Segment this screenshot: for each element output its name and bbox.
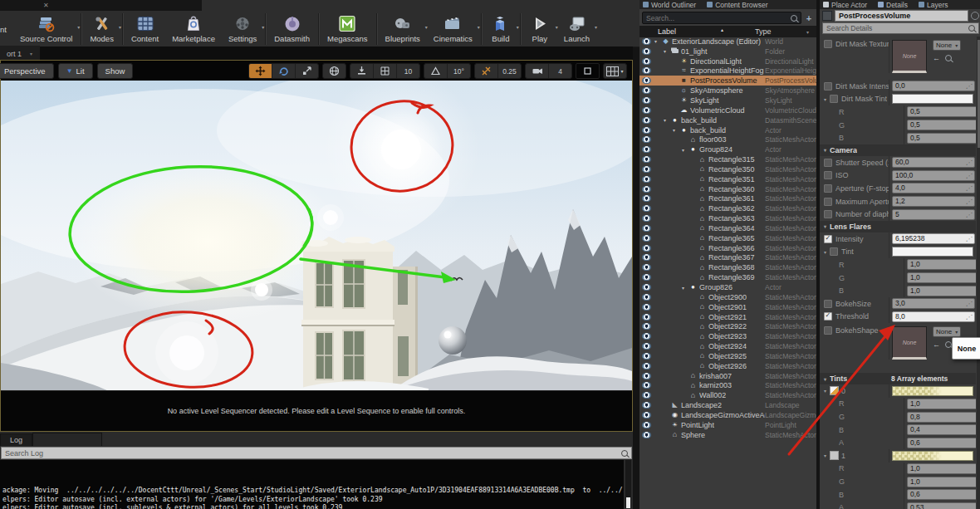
edit-blueprint-icon[interactable]	[971, 12, 979, 20]
outliner-row[interactable]: krisha007 StaticMeshActor	[639, 371, 816, 381]
level-viewport[interactable]: Perspective ▼Lit Show	[0, 60, 633, 432]
expander-icon[interactable]	[824, 388, 830, 394]
outliner-row[interactable]: Object2926 StaticMeshActor	[639, 361, 816, 371]
tab-world-outliner[interactable]: World Outliner	[643, 1, 696, 9]
drag-adjust-icon[interactable]: ⋰	[966, 198, 972, 204]
rotation-snap-value[interactable]: 10°	[448, 64, 470, 78]
property-checkbox[interactable]	[824, 171, 832, 179]
scale-tool-button[interactable]	[296, 64, 318, 78]
outliner-row[interactable]: Rectangle364 StaticMeshActor	[639, 223, 816, 233]
visibility-eye-icon[interactable]	[642, 77, 651, 84]
expander-icon[interactable]	[824, 223, 830, 229]
visibility-eye-icon[interactable]	[642, 235, 651, 242]
outliner-row[interactable]: SkyAtmosphere SkyAtmosphere	[639, 86, 816, 95]
log-ghost-tab[interactable]	[32, 433, 102, 446]
log-tab[interactable]: Log	[0, 433, 32, 446]
chrome-sphere-mesh[interactable]	[439, 326, 467, 355]
visibility-eye-icon[interactable]	[642, 333, 651, 340]
rotation-snap-button[interactable]	[424, 64, 448, 78]
property-checkbox[interactable]	[824, 198, 832, 206]
outliner-row[interactable]: ExponentialHeightFog ExponentialHeightFo…	[639, 66, 816, 76]
expander-icon[interactable]	[824, 376, 830, 382]
actor-name-field[interactable]: PostProcessVolume	[835, 10, 968, 22]
color-chip[interactable]	[830, 451, 839, 460]
show-button[interactable]: Show	[97, 63, 134, 79]
outliner-row[interactable]: Object2924 StaticMeshActor	[639, 341, 816, 351]
expander-icon[interactable]	[654, 38, 661, 44]
expander-icon[interactable]	[824, 96, 830, 102]
outliner-search-input[interactable]: Search...	[642, 12, 801, 24]
visibility-eye-icon[interactable]	[642, 87, 651, 94]
property-checkbox[interactable]	[824, 312, 832, 321]
use-selected-icon[interactable]: ←	[933, 340, 940, 349]
visibility-eye-icon[interactable]	[642, 176, 651, 183]
color-bar[interactable]	[892, 386, 973, 396]
visibility-eye-icon[interactable]	[642, 215, 651, 222]
datasmith-button[interactable]: Datasmith	[267, 11, 316, 46]
outliner-row[interactable]: Rectangle362 StaticMeshActor	[639, 203, 816, 213]
value-field[interactable]: 100,0⋰	[892, 170, 975, 181]
visibility-eye-icon[interactable]	[642, 117, 651, 124]
visibility-eye-icon[interactable]	[642, 107, 651, 114]
visibility-eye-icon[interactable]	[642, 294, 651, 301]
color-bar[interactable]	[892, 94, 973, 104]
expander-icon[interactable]	[824, 453, 830, 458]
expander-icon[interactable]	[664, 48, 670, 54]
visibility-eye-icon[interactable]	[642, 186, 651, 193]
color-chip[interactable]	[830, 386, 839, 395]
outliner-row[interactable]: back_build Actor	[639, 125, 816, 135]
outliner-row[interactable]: Object2925 StaticMeshActor	[639, 351, 816, 361]
visibility-eye-icon[interactable]	[642, 97, 651, 104]
value-field[interactable]: 8,0⋰	[892, 311, 975, 322]
property-checkbox[interactable]	[824, 300, 832, 308]
grid-snap-value[interactable]: 10	[397, 64, 419, 78]
point-light-sphere[interactable]	[255, 283, 268, 296]
outliner-row[interactable]: Rectangle360 StaticMeshActor	[639, 184, 816, 194]
scale-snap-button[interactable]	[475, 64, 498, 78]
texture-thumbnail[interactable]: None	[892, 40, 927, 73]
value-field[interactable]: 0,6⋰	[907, 438, 976, 448]
visibility-eye-icon[interactable]	[642, 38, 651, 45]
expander-icon[interactable]	[824, 147, 830, 153]
expander-icon[interactable]	[664, 117, 670, 123]
value-field[interactable]: 0,0⋰	[892, 81, 975, 91]
build-button[interactable]: Build	[483, 11, 518, 46]
content-button[interactable]: Content	[125, 11, 165, 46]
asset-combo[interactable]: None▾	[933, 326, 961, 337]
property-checkbox[interactable]	[824, 40, 832, 48]
outliner-row[interactable]: PointLight PointLight	[639, 420, 816, 430]
visibility-eye-icon[interactable]	[642, 274, 651, 281]
outliner-row[interactable]: Rectangle368 StaticMeshActor	[639, 262, 816, 272]
value-field[interactable]: 0,5⋰	[907, 106, 976, 117]
log-scrollbar-thumb[interactable]	[626, 497, 630, 508]
visibility-eye-icon[interactable]	[642, 353, 651, 360]
lit-mode-button[interactable]: ▼Lit	[58, 63, 93, 79]
visibility-eye-icon[interactable]	[642, 284, 651, 291]
add-actor-icon[interactable]: +	[804, 13, 814, 23]
value-field[interactable]: 1,0⋰	[907, 463, 976, 474]
close-icon[interactable]: ✕	[43, 2, 49, 9]
value-field[interactable]: 0,5⋰	[907, 120, 976, 130]
property-checkbox[interactable]	[830, 95, 838, 103]
visibility-eye-icon[interactable]	[642, 363, 651, 370]
outliner-row[interactable]: Object2901 StaticMeshActor	[639, 302, 816, 312]
visibility-eye-icon[interactable]	[642, 314, 651, 321]
value-field[interactable]: 0,5⋰	[907, 133, 976, 144]
value-field[interactable]: 1,0⋰	[907, 477, 976, 487]
maximize-viewport-button[interactable]: ▾	[604, 64, 626, 78]
visibility-eye-icon[interactable]	[642, 205, 651, 212]
filter-chevron-icon[interactable]: ▾	[806, 29, 816, 35]
value-field[interactable]: 0,4⋰	[907, 424, 976, 435]
value-field[interactable]: 0,6⋰	[907, 489, 976, 500]
outliner-row[interactable]: PostProcessVolume PostProcessVolume	[639, 76, 816, 86]
outliner-row[interactable]: Rectangle315 StaticMeshActor	[639, 154, 816, 164]
details-scrollbar[interactable]	[977, 37, 980, 509]
expander-icon[interactable]	[824, 249, 830, 255]
expander-icon[interactable]	[682, 285, 688, 291]
property-checkbox[interactable]	[824, 159, 832, 167]
drag-adjust-icon[interactable]: ⋰	[966, 159, 972, 165]
outliner-row[interactable]: Rectangle367 StaticMeshActor	[639, 253, 816, 263]
visibility-eye-icon[interactable]	[642, 225, 651, 232]
restore-viewport-button[interactable]	[576, 63, 600, 79]
outliner-row[interactable]: SkyLight SkyLight	[639, 95, 816, 105]
